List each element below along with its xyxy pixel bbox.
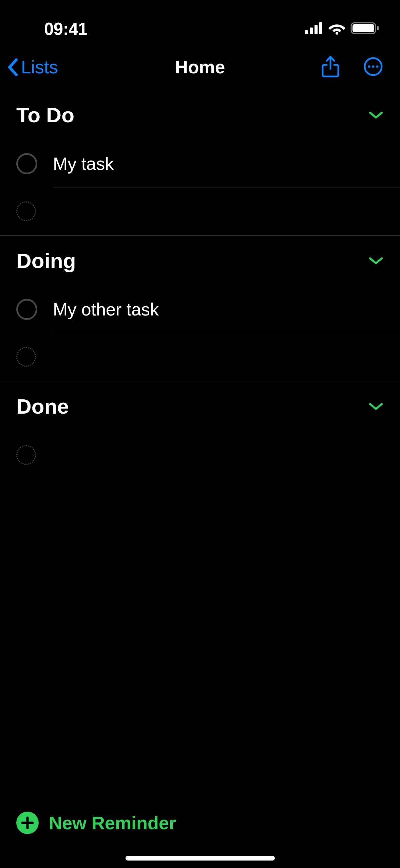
section-header-doing[interactable]: Doing [0,236,400,286]
plus-circle-icon [16,812,39,834]
chevron-down-icon [369,402,383,411]
section-header-done[interactable]: Done [0,381,400,431]
chevron-down-icon [369,111,383,120]
status-icons [305,21,380,36]
svg-rect-1 [310,28,313,34]
section-title: To Do [16,103,74,127]
chevron-down-icon [369,256,383,265]
share-button[interactable] [321,55,340,80]
back-label: Lists [21,57,58,77]
status-bar: 09:41 [0,0,400,44]
add-placeholder-circle-icon [16,347,36,367]
page-title: Home [175,57,225,77]
reminder-placeholder[interactable] [0,431,400,479]
section-title: Doing [16,249,76,273]
new-reminder-button[interactable]: New Reminder [0,812,400,834]
svg-rect-0 [305,30,308,34]
reminder-item[interactable]: My task [0,140,400,187]
svg-point-11 [372,65,375,68]
svg-rect-6 [353,24,374,32]
status-time: 09:41 [44,19,88,39]
new-reminder-label: New Reminder [49,812,176,833]
cellular-icon [305,22,323,36]
svg-point-4 [336,32,338,35]
home-indicator[interactable] [126,856,275,861]
chevron-left-icon [7,58,18,77]
section-title: Done [16,394,69,418]
ellipsis-circle-icon [363,57,383,76]
svg-point-10 [368,65,370,68]
svg-rect-2 [315,25,318,34]
reminder-item[interactable]: My other task [0,286,400,333]
back-button[interactable]: Lists [7,57,58,77]
svg-point-12 [376,65,379,68]
reminder-label: My task [53,153,114,174]
completion-circle-icon[interactable] [16,153,37,174]
completion-circle-icon[interactable] [16,299,37,320]
add-placeholder-circle-icon [16,201,36,221]
reminder-placeholder[interactable] [0,187,400,235]
wifi-icon [328,22,346,36]
svg-rect-7 [377,26,379,30]
share-icon [321,55,340,78]
reminder-placeholder[interactable] [0,333,400,381]
battery-icon [350,21,380,36]
section-header-todo[interactable]: To Do [0,90,400,140]
more-button[interactable] [363,57,383,78]
reminder-label: My other task [53,299,159,320]
nav-bar: Lists Home [0,44,400,90]
svg-rect-3 [319,22,322,34]
add-placeholder-circle-icon [16,445,36,465]
